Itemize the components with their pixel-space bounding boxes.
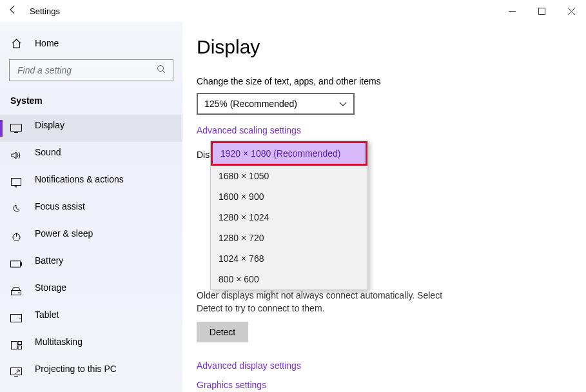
resolution-option[interactable]: 1600 × 900 [211, 186, 367, 207]
svg-rect-19 [18, 346, 22, 349]
resolution-option[interactable]: 1680 × 1050 [211, 166, 367, 186]
nav-label: Projecting to this PC [35, 364, 117, 374]
nav-label: Storage [35, 282, 66, 293]
sidebar: Home System Display Sound Notifications … [0, 22, 182, 392]
search-icon [157, 64, 166, 76]
svg-point-4 [158, 66, 164, 72]
nav-label: Sound [35, 147, 61, 157]
scale-label: Change the size of text, apps, and other… [197, 76, 586, 86]
maximize-button[interactable] [527, 1, 556, 21]
resolution-dropdown[interactable]: 1920 × 1080 (Recommended) 1680 × 1050 16… [210, 141, 368, 290]
nav-item-battery[interactable]: Battery [0, 250, 182, 277]
tablet-icon [10, 314, 22, 322]
resolution-option[interactable]: 1920 × 1080 (Recommended) [211, 141, 367, 166]
multitasking-icon [10, 341, 22, 349]
scale-combo[interactable]: 125% (Recommended) [197, 93, 355, 115]
page-heading: Display [197, 36, 586, 58]
nav-label: Battery [35, 255, 63, 266]
advanced-scaling-link[interactable]: Advanced scaling settings [197, 125, 301, 135]
nav-group-title: System [0, 92, 182, 115]
resolution-option[interactable]: 800 × 600 [211, 269, 367, 289]
nav-item-multitasking[interactable]: Multitasking [0, 331, 182, 358]
nav-label: Display [35, 120, 64, 130]
nav-item-power-sleep[interactable]: Power & sleep [0, 223, 182, 250]
svg-rect-11 [10, 260, 20, 266]
minimize-button[interactable] [497, 1, 527, 21]
projecting-icon [10, 368, 22, 377]
resolution-option[interactable]: 1280 × 1024 [211, 207, 367, 228]
display-icon [10, 124, 22, 133]
svg-rect-6 [11, 124, 22, 132]
nav-label: Tablet [35, 309, 59, 320]
nav-label: Notifications & actions [35, 174, 124, 184]
nav-item-notifications[interactable]: Notifications & actions [0, 169, 182, 196]
svg-rect-20 [11, 368, 22, 375]
nav-item-display[interactable]: Display [0, 115, 182, 142]
chevron-down-icon [339, 99, 347, 109]
resolution-option[interactable]: 1280 × 720 [211, 228, 367, 248]
nav-item-tablet[interactable]: Tablet [0, 304, 182, 331]
graphics-settings-link[interactable]: Graphics settings [197, 380, 586, 390]
window-title: Settings [26, 6, 60, 16]
svg-rect-8 [12, 178, 21, 185]
scale-value: 125% (Recommended) [204, 99, 297, 109]
back-button[interactable] [0, 5, 26, 17]
svg-point-14 [19, 292, 20, 293]
svg-rect-12 [21, 262, 22, 266]
advanced-display-link[interactable]: Advanced display settings [197, 360, 586, 371]
home-label: Home [35, 38, 59, 48]
resolution-option[interactable]: 1024 × 768 [211, 248, 367, 269]
nav-item-storage[interactable]: Storage [0, 277, 182, 304]
search-input[interactable] [16, 64, 132, 76]
svg-line-5 [163, 71, 166, 74]
home-nav[interactable]: Home [0, 30, 182, 57]
nav-item-sound[interactable]: Sound [0, 142, 182, 169]
nav-label: Power & sleep [35, 228, 93, 239]
home-icon [10, 38, 22, 49]
notifications-icon [10, 178, 22, 188]
svg-rect-17 [11, 341, 17, 349]
nav-item-projecting[interactable]: Projecting to this PC [0, 358, 182, 386]
svg-rect-1 [538, 8, 545, 14]
svg-point-16 [19, 317, 21, 318]
older-displays-text: Older displays might not always connect … [197, 289, 454, 315]
power-icon [10, 232, 22, 242]
battery-icon [10, 260, 22, 268]
close-button[interactable] [556, 1, 586, 21]
focus-assist-icon [10, 204, 22, 215]
active-marker [0, 120, 3, 137]
nav-label: Multitasking [35, 337, 83, 347]
search-box[interactable] [9, 59, 173, 81]
nav-label: Focus assist [35, 201, 85, 211]
storage-icon [10, 287, 22, 295]
svg-rect-18 [18, 341, 22, 344]
sound-icon [10, 151, 22, 160]
titlebar: Settings [0, 0, 586, 22]
detect-button[interactable]: Detect [197, 322, 248, 342]
nav-item-focus-assist[interactable]: Focus assist [0, 196, 182, 223]
